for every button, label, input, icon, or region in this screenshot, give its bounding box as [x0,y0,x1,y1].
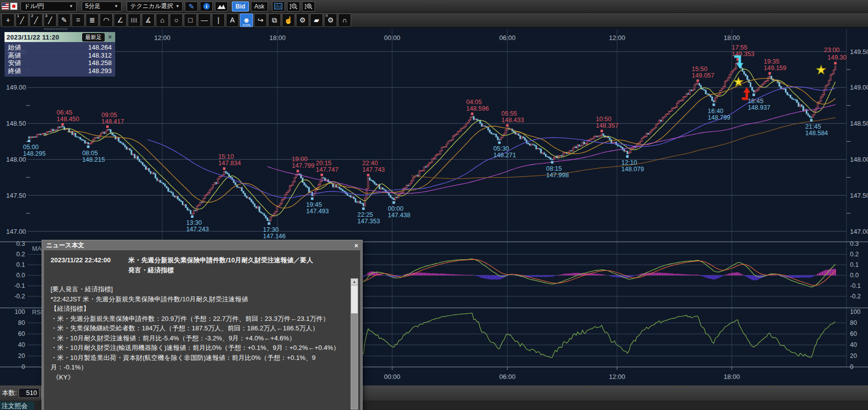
svg-text:0.0: 0.0 [17,272,25,279]
trading-app-window: { "toolbar": { "pair": "ドル/円", "pair_fla… [0,0,868,410]
ohlc-header[interactable]: 2023/11/22 11:20 最新足 × [5,32,115,42]
fibo-retracement-icon: ≣ [89,16,95,24]
swing-label: 05:55 [501,110,517,117]
svg-text:00:00: 00:00 [384,373,401,380]
swing-label: 19:00 [292,156,308,163]
tool-badge: 3 [45,14,47,18]
latest-candle-badge[interactable]: 最新足 [82,33,105,42]
fibo-fan-icon: ∠ [117,16,124,24]
tool-label: ICON [240,24,252,27]
crosshair-icon: + [6,16,10,24]
mountain-chart-button[interactable] [215,2,228,12]
us-flag-icon [2,3,9,10]
text-tool-tool-button[interactable]: A [226,14,239,27]
parallel-lines-icon: = [76,16,80,24]
swing-label: 12:10 [622,159,637,166]
gann-fan-tool-button[interactable]: ∡ [142,14,155,27]
svg-text:148.50: 148.50 [6,120,26,127]
swing-label: 00:00 [388,205,403,212]
swing-label: 148.215 [82,156,105,163]
pencil-draw-tool-button[interactable]: ✎ [58,14,71,27]
rectangle-tool-button[interactable]: □ [184,14,197,27]
ellipse-tool-button[interactable]: ○ [170,14,183,27]
svg-text:0.2: 0.2 [850,251,858,258]
swing-label: 148.271 [493,152,516,159]
wrench-tool-button[interactable]: ⚙ [296,14,309,27]
horizontal-line-tool-button[interactable]: — [198,14,211,27]
parallel-lines-tool-button[interactable]: = [72,14,85,27]
swing-label: 19:35 [764,58,779,65]
ask-button[interactable]: Ask [251,2,268,12]
news-datetime: 2023/11/22 22:42:00 [51,255,128,275]
indicator-settings-tool-button[interactable]: ⚙≡ [324,14,337,27]
svg-text:20: 20 [18,352,25,359]
vertical-zoom-out-button[interactable] [287,2,300,12]
bar-count-input[interactable]: 510 [19,388,40,398]
fibo-retracement-tool-button[interactable]: ≣ [86,14,99,27]
fibo-fan-tool-button[interactable]: ∠ [114,14,127,27]
swing-label: 19:45 [306,201,322,208]
close-icon[interactable]: × [107,34,113,41]
scroll-up-icon[interactable]: ▲ [351,279,358,285]
swing-label: 10:50 [596,116,611,123]
vertical-line-tool-button[interactable]: | [212,14,225,27]
news-popup-titlebar[interactable]: ニュース本文 × [42,240,362,250]
close-icon[interactable]: × [354,242,358,249]
swing-label: 08:15 [546,165,561,172]
trendline-2-tool-button[interactable]: ╱2 [30,14,43,27]
svg-text:80: 80 [850,319,857,326]
svg-text:148.00: 148.00 [850,156,868,163]
swing-label: 148.450 [57,116,79,123]
trendline-3-tool-button[interactable]: ╱3 [44,14,57,27]
vertical-zoom-in-icon [304,3,313,10]
icon-stamp-tool-button[interactable]: ☻ICON [240,14,253,27]
svg-text:149.00: 149.00 [6,84,26,91]
bid-button[interactable]: Bid [232,2,248,12]
order-inquiry-tab[interactable]: 注文照会 [0,401,34,410]
ohlc-row: 終値148.293 [8,67,112,75]
scrollbar-thumb[interactable] [351,285,358,313]
news-scrollbar[interactable]: ▲ [351,278,358,409]
chevron-down-icon: ▼ [175,4,179,9]
svg-text:0.0: 0.0 [850,272,858,279]
swing-annotations: 05:00148.29506:45148.45008:05148.21509:0… [23,44,846,240]
history-shift-tool-button[interactable]: ↪ [254,14,267,27]
fibo-timezones-tool-button[interactable]: |||| [128,14,141,27]
trendline-1-icon: ╱ [20,17,24,24]
svg-text:40: 40 [18,341,25,348]
pentagon-tool-button[interactable]: ⌂ [156,14,169,27]
ohlc-label: 始値 [8,44,21,52]
swing-label: 148.079 [622,166,644,173]
chart-style-button[interactable] [272,2,285,12]
swing-label: 17:30 [263,226,278,233]
svg-text:12:00: 12:00 [609,373,626,380]
svg-text:18:00: 18:00 [724,373,740,380]
technical-select-button[interactable]: テクニカル選択 ▼ [127,2,183,12]
swing-label: 06:45 [57,109,72,116]
swing-label: 147.146 [263,233,285,240]
crosshair-tool-button[interactable]: + [2,14,15,27]
swing-label: 147.998 [546,172,568,179]
svg-text:147.00: 147.00 [6,228,26,235]
swing-label: 15:10 [218,153,234,160]
draw-pencil-button[interactable]: ✎ [185,2,198,12]
ohlc-values: 始値148.264高値148.312安値148.258終値148.293 [5,42,115,77]
svg-text:20: 20 [850,352,857,359]
timeframe-select[interactable]: 5分足 ▼ [82,2,122,12]
pan-hand-tool-button[interactable]: ☝ [282,14,295,27]
pair-select[interactable]: ドル/円 ▼ [21,2,77,12]
info-button[interactable]: i [200,2,213,12]
news-body-line: 【経済指標】 [51,304,345,314]
vertical-zoom-in-button[interactable] [302,2,315,12]
magnet-tool-button[interactable]: ∩ [338,14,351,27]
eraser-tool-button[interactable]: ▰ [310,14,323,27]
pentagon-icon: ⌂ [160,16,164,24]
ohlc-label: 終値 [8,67,21,75]
fibo-arc-tool-button[interactable]: ◠ [100,14,113,27]
trendline-2-icon: ╱ [34,17,38,24]
candlestick-series [29,61,836,222]
tool-badge: 1 [17,14,19,18]
copy-tool-button[interactable]: ⧉ [268,14,281,27]
trendline-1-tool-button[interactable]: ╱1 [16,14,29,27]
history-shift-icon: ↪ [257,16,263,24]
